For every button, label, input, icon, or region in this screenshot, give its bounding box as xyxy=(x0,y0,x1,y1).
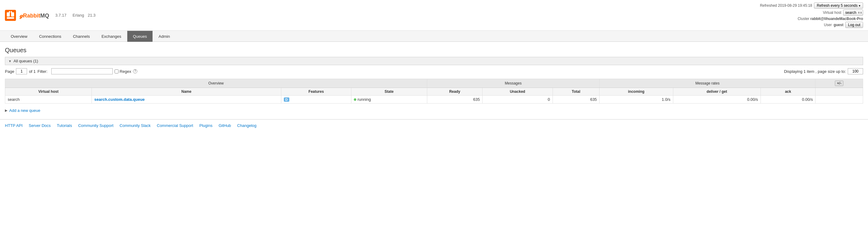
rabbitmq-logo-icon xyxy=(5,10,16,21)
refreshed-timestamp: Refreshed 2019-08-29 19:45:18 xyxy=(760,3,812,8)
svg-rect-2 xyxy=(11,12,14,17)
cluster-label: Cluster xyxy=(798,17,809,21)
svg-rect-4 xyxy=(9,11,10,13)
footer-link-commercial-support[interactable]: Commercial Support xyxy=(157,123,193,128)
svg-rect-1 xyxy=(7,12,10,17)
nav-item-channels[interactable]: Channels xyxy=(67,31,95,42)
footer-link-community-slack[interactable]: Community Slack xyxy=(120,123,151,128)
col-name: Name xyxy=(92,88,281,95)
col-deliver-get: deliver / get xyxy=(673,88,761,95)
plus-minus-button[interactable]: +/- xyxy=(835,81,843,86)
nav-item-connections[interactable]: Connections xyxy=(33,31,67,42)
queue-name-link[interactable]: search.custom.data.queue xyxy=(94,97,145,102)
footer-link-community-support[interactable]: Community Support xyxy=(78,123,113,128)
group-header-overview: Overview xyxy=(5,79,427,88)
page-title: Queues xyxy=(5,47,863,54)
vhost-select[interactable]: search xyxy=(843,9,863,16)
col-incoming: incoming xyxy=(599,88,673,95)
svg-rect-0 xyxy=(5,10,16,21)
user-value: guest xyxy=(834,23,843,27)
table-group-header-row: Overview Messages Message rates +/- xyxy=(5,79,863,88)
refresh-button[interactable]: Refresh every 5 seconds xyxy=(814,2,863,9)
footer-link-http-api[interactable]: HTTP API xyxy=(5,123,23,128)
user-label: User xyxy=(824,23,832,27)
main-nav: Overview Connections Channels Exchanges … xyxy=(0,31,868,42)
col-virtual-host: Virtual host xyxy=(5,88,92,95)
feature-badge: D xyxy=(284,97,289,102)
cell-unacked: 0 xyxy=(483,95,553,104)
pagination-row: Page of 1 Filter: Regex ? Displaying 1 i… xyxy=(5,68,863,74)
page-label: Page xyxy=(5,69,14,74)
col-ack: ack xyxy=(761,88,815,95)
erlang-label: Erlang xyxy=(72,13,84,18)
vhost-label: Virtual host xyxy=(823,10,841,15)
logout-button[interactable]: Log out xyxy=(845,22,863,28)
footer-link-plugins[interactable]: Plugins xyxy=(199,123,213,128)
cell-feature: D xyxy=(281,95,351,104)
footer-link-server-docs[interactable]: Server Docs xyxy=(29,123,51,128)
state-text: running xyxy=(358,97,371,102)
page-of: of 1 xyxy=(29,69,36,74)
displaying-info: Displaying 1 item , page size up to: 100 xyxy=(784,68,863,74)
main-content: Queues ▼ All queues (1) Page of 1 Filter… xyxy=(0,42,868,119)
regex-text: Regex xyxy=(120,69,131,74)
queues-table: Overview Messages Message rates +/- Virt… xyxy=(5,79,863,104)
add-queue-arrow-icon: ▶ xyxy=(5,109,7,112)
regex-label: Regex xyxy=(115,69,131,74)
svg-rect-3 xyxy=(7,17,14,19)
erlang-version: 21.3 xyxy=(88,13,95,18)
regex-checkbox[interactable] xyxy=(115,69,119,74)
footer-link-changelog[interactable]: Changelog xyxy=(237,123,256,128)
version-number: 3.7.17 xyxy=(55,13,66,18)
cell-incoming: 1.0/s xyxy=(599,95,673,104)
nav-item-overview[interactable]: Overview xyxy=(5,31,33,42)
page-input[interactable] xyxy=(16,68,27,74)
col-spacer xyxy=(815,88,863,95)
nav-item-exchanges[interactable]: Exchanges xyxy=(95,31,127,42)
cell-extra xyxy=(815,95,863,104)
displaying-text: Displaying 1 item , page size up to: xyxy=(784,69,846,74)
filter-input[interactable] xyxy=(51,68,113,74)
svg-rect-5 xyxy=(11,11,12,13)
add-queue-header[interactable]: ▶ Add a new queue xyxy=(5,107,863,114)
all-queues-section-header[interactable]: ▼ All queues (1) xyxy=(5,57,863,65)
cell-ready: 635 xyxy=(427,95,483,104)
table-row: search search.custom.data.queue D runnin… xyxy=(5,95,863,104)
page-size-input[interactable]: 100 xyxy=(848,68,863,74)
footer: HTTP API Server Docs Tutorials Community… xyxy=(0,119,868,132)
col-state: State xyxy=(351,88,427,95)
col-features: Features xyxy=(281,88,351,95)
cell-deliver-get: 0.00/s xyxy=(673,95,761,104)
col-ready: Ready xyxy=(427,88,483,95)
table-col-header-row: Virtual host Name Features State Ready U… xyxy=(5,88,863,95)
nav-item-queues[interactable]: Queues xyxy=(127,31,153,42)
footer-link-github[interactable]: GitHub xyxy=(219,123,231,128)
add-queue-section: ▶ Add a new queue xyxy=(5,107,863,114)
cell-name: search.custom.data.queue xyxy=(92,95,281,104)
cluster-value: rabbit@lihuandeMacBook-Pro xyxy=(810,17,863,21)
state-dot-icon xyxy=(354,99,356,101)
help-icon[interactable]: ? xyxy=(133,69,137,74)
cell-state: running xyxy=(351,95,427,104)
col-total: Total xyxy=(553,88,599,95)
filter-label: Filter: xyxy=(37,69,48,74)
logo-wordmark: ℊRabbitMQ xyxy=(20,11,49,19)
section-arrow-icon: ▼ xyxy=(8,59,12,63)
group-header-plus-minus[interactable]: +/- xyxy=(815,79,863,88)
cell-ack: 0.00/s xyxy=(761,95,815,104)
add-queue-label: Add a new queue xyxy=(9,108,40,113)
logo-area: ℊRabbitMQ 3.7.17 Erlang 21.3 xyxy=(5,10,95,21)
cell-total: 635 xyxy=(553,95,599,104)
section-title: All queues (1) xyxy=(13,59,38,63)
nav-item-admin[interactable]: Admin xyxy=(153,31,176,42)
col-unacked: Unacked xyxy=(483,88,553,95)
group-header-messages: Messages xyxy=(427,79,599,88)
cell-vhost: search xyxy=(5,95,92,104)
top-right-info: Refreshed 2019-08-29 19:45:18 Refresh ev… xyxy=(760,2,863,28)
footer-link-tutorials[interactable]: Tutorials xyxy=(57,123,72,128)
state-running: running xyxy=(354,97,425,102)
group-header-message-rates: Message rates xyxy=(599,79,815,88)
